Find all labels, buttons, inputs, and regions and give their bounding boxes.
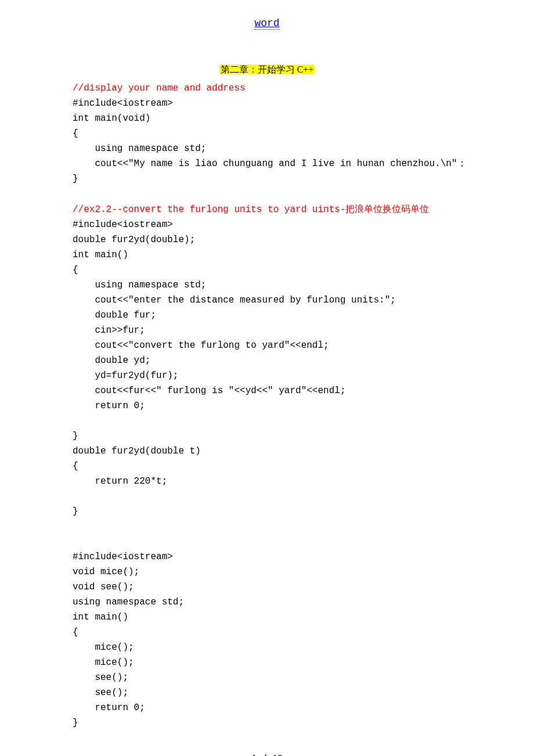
code-line: }	[73, 174, 78, 184]
page-header: word	[73, 17, 461, 29]
code-line: using namespace std;	[73, 143, 206, 154]
code-line: cout<<fur<<" furlong is "<<yd<<" yard"<<…	[73, 386, 345, 396]
code-line: {	[73, 461, 78, 471]
code-line: #include<iostream>	[73, 98, 173, 109]
header-link[interactable]: word	[254, 17, 279, 30]
code-line: return 0;	[73, 401, 145, 411]
code-line: return 220*t;	[73, 476, 167, 487]
code-line: see();	[73, 687, 128, 698]
code-block-1: //display your name and address #include…	[73, 81, 461, 730]
code-line: mice();	[73, 642, 134, 653]
page-number: 1 / 19	[251, 754, 283, 756]
code-line: {	[73, 265, 78, 275]
code-line: double yd;	[73, 355, 150, 366]
code-line: void mice();	[73, 567, 139, 577]
code-line: double fur2yd(double);	[73, 235, 195, 245]
code-comment: //ex2.2--convert the furlong units to ya…	[73, 204, 345, 215]
code-line: return 0;	[73, 703, 145, 713]
code-line: mice();	[73, 657, 134, 668]
code-comment-cn: 把浪单位换位码单位	[345, 204, 429, 214]
code-line: int main(void)	[73, 113, 150, 124]
code-line: }	[73, 506, 78, 517]
code-line: int main()	[73, 250, 128, 260]
chapter-title: 第二章：开始学习 C++	[219, 64, 315, 74]
code-line: using namespace std;	[73, 597, 184, 607]
code-line: }	[73, 718, 78, 728]
code-line: {	[73, 627, 78, 638]
code-line: }	[73, 431, 78, 441]
code-line: double fur2yd(double t)	[73, 446, 201, 456]
page-footer: 1 / 19	[73, 754, 461, 756]
code-line: cin>>fur;	[73, 325, 145, 336]
code-line: see();	[73, 672, 128, 683]
code-line: {	[73, 128, 78, 139]
code-line: cout<<"convert the furlong to yard"<<end…	[73, 340, 329, 351]
code-line: cout<<"enter the distance measured by fu…	[73, 295, 396, 305]
code-line: void see();	[73, 582, 134, 592]
code-comment: //display your name and address	[73, 83, 246, 93]
chapter-title-wrap: 第二章：开始学习 C++	[73, 64, 461, 76]
code-line: int main()	[73, 612, 128, 622]
code-line: cout<<"My name is liao chunguang and I l…	[73, 159, 467, 169]
code-line: using namespace std;	[73, 280, 206, 290]
code-line: double fur;	[73, 310, 156, 321]
code-line: #include<iostream>	[73, 219, 173, 230]
code-line: #include<iostream>	[73, 552, 173, 562]
document-page: word 第二章：开始学习 C++ //display your name an…	[0, 0, 534, 756]
code-line: yd=fur2yd(fur);	[73, 370, 178, 381]
